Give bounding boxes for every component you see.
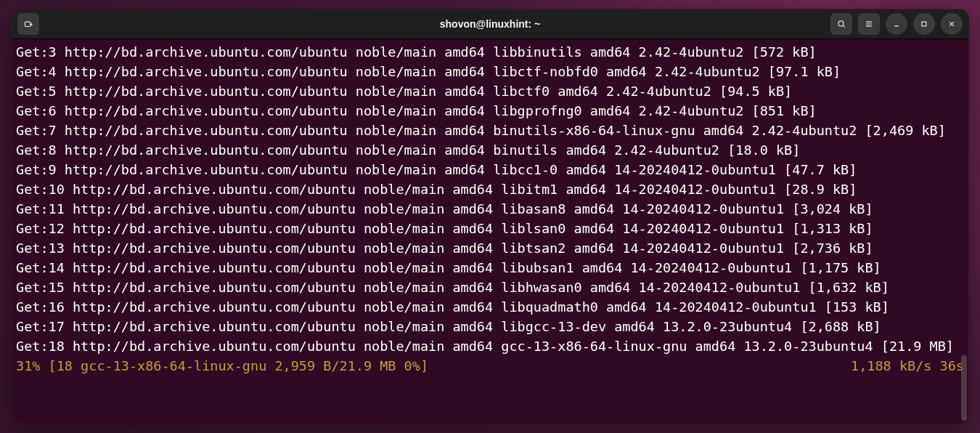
apt-progress-line: 31% [18 gcc-13-x86-64-linux-gnu 2,959 B/… bbox=[16, 356, 964, 376]
hamburger-menu-button[interactable] bbox=[858, 13, 880, 35]
output-line: Get:15 http://bd.archive.ubuntu.com/ubun… bbox=[16, 280, 889, 295]
output-line: Get:6 http://bd.archive.ubuntu.com/ubunt… bbox=[16, 103, 817, 118]
apt-progress-right: 1,188 kB/s 36s bbox=[851, 356, 964, 376]
maximize-icon bbox=[919, 19, 929, 29]
output-line: Get:13 http://bd.archive.ubuntu.com/ubun… bbox=[16, 240, 873, 256]
minimize-icon bbox=[891, 19, 902, 29]
output-line: Get:5 http://bd.archive.ubuntu.com/ubunt… bbox=[16, 84, 792, 99]
output-line: Get:10 http://bd.archive.ubuntu.com/ubun… bbox=[16, 182, 857, 197]
output-line: Get:3 http://bd.archive.ubuntu.com/ubunt… bbox=[16, 44, 817, 60]
svg-point-1 bbox=[838, 21, 844, 26]
hamburger-icon bbox=[864, 19, 874, 29]
output-line: Get:9 http://bd.archive.ubuntu.com/ubunt… bbox=[16, 162, 857, 177]
window-title: shovon@linuxhint: ~ bbox=[440, 18, 540, 30]
output-line: Get:12 http://bd.archive.ubuntu.com/ubun… bbox=[16, 221, 873, 236]
apt-progress-left: 31% [18 gcc-13-x86-64-linux-gnu 2,959 B/… bbox=[16, 356, 428, 376]
output-line: Get:7 http://bd.archive.ubuntu.com/ubunt… bbox=[16, 123, 946, 138]
close-icon bbox=[947, 19, 957, 29]
new-tab-button[interactable] bbox=[17, 13, 39, 35]
terminal-window: shovon@linuxhint: ~ Get: bbox=[11, 9, 969, 424]
search-icon bbox=[836, 19, 846, 29]
output-line: Get:4 http://bd.archive.ubuntu.com/ubunt… bbox=[16, 64, 841, 79]
output-line: Get:11 http://bd.archive.ubuntu.com/ubun… bbox=[16, 201, 873, 216]
output-line: Get:18 http://bd.archive.ubuntu.com/ubun… bbox=[16, 339, 954, 354]
output-line: Get:14 http://bd.archive.ubuntu.com/ubun… bbox=[16, 260, 881, 275]
desktop: shovon@linuxhint: ~ Get: bbox=[0, 0, 980, 433]
search-button[interactable] bbox=[830, 13, 852, 35]
svg-rect-0 bbox=[25, 22, 30, 26]
output-line: Get:17 http://bd.archive.ubuntu.com/ubun… bbox=[16, 319, 881, 334]
close-button[interactable] bbox=[941, 13, 963, 35]
terminal-output: Get:3 http://bd.archive.ubuntu.com/ubunt… bbox=[12, 39, 968, 379]
output-line: Get:8 http://bd.archive.ubuntu.com/ubunt… bbox=[16, 142, 800, 158]
titlebar[interactable]: shovon@linuxhint: ~ bbox=[12, 9, 968, 39]
svg-rect-2 bbox=[922, 22, 926, 26]
new-tab-icon bbox=[23, 19, 33, 29]
maximize-button[interactable] bbox=[913, 13, 935, 35]
minimize-button[interactable] bbox=[886, 13, 907, 35]
output-line: Get:16 http://bd.archive.ubuntu.com/ubun… bbox=[16, 299, 889, 315]
scrollbar-thumb[interactable] bbox=[961, 355, 967, 421]
terminal-viewport[interactable]: Get:3 http://bd.archive.ubuntu.com/ubunt… bbox=[12, 39, 968, 424]
